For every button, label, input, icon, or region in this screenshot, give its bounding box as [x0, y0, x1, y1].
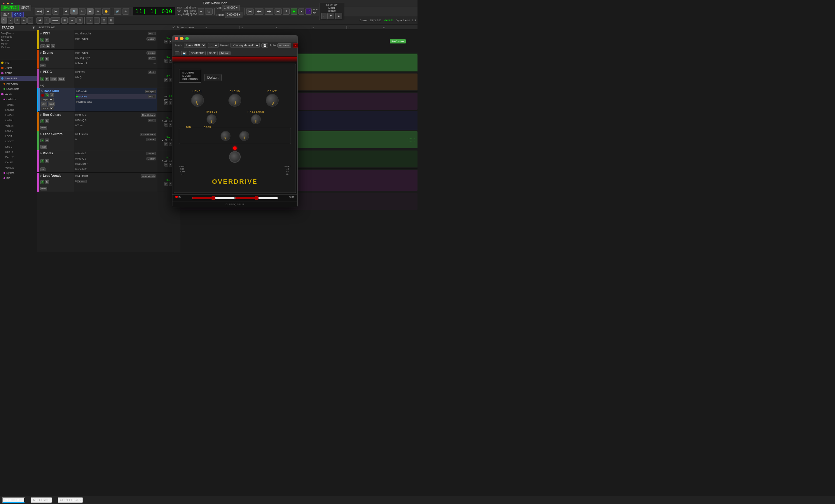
midi-toggle[interactable]: ♪♪: [86, 17, 93, 24]
perc-p-btn[interactable]: P: [164, 78, 168, 82]
list-item[interactable]: FX: [0, 175, 37, 181]
list-item[interactable]: LdOCT: [0, 139, 37, 144]
rec-indicator[interactable]: [41, 94, 44, 97]
expand-toggle[interactable]: ↔: [68, 17, 76, 24]
list-item[interactable]: LOCT: [0, 133, 37, 139]
output-level-slider[interactable]: [235, 196, 278, 201]
hand-button[interactable]: ✋: [102, 8, 110, 15]
go-start-button[interactable]: |◀: [246, 8, 253, 15]
preset-save-btn[interactable]: 💾: [261, 43, 268, 47]
list-item[interactable]: RtmGuitrs: [0, 81, 37, 86]
rtm-p-btn[interactable]: P: [164, 123, 168, 127]
rtm-over-btn[interactable]: over: [40, 126, 47, 129]
track-num-1[interactable]: 1: [1, 17, 7, 24]
track-num-2[interactable]: 2: [8, 17, 14, 24]
list-item[interactable]: Drums: [0, 65, 37, 70]
vocals-vol-btn[interactable]: vol: [40, 167, 45, 171]
lead-vocals-p-btn[interactable]: P: [164, 182, 168, 186]
list-item[interactable]: Dub L2: [0, 154, 37, 160]
back-button[interactable]: ◀◀: [35, 8, 44, 15]
lead-gtr-over-btn[interactable]: over: [40, 145, 47, 149]
rtm-s-btn[interactable]: S: [40, 119, 44, 123]
go-end-button[interactable]: ▶|: [274, 8, 282, 15]
view-toggle[interactable]: ≡: [44, 17, 49, 24]
shuffle-button[interactable]: SHUFFLE: [1, 5, 19, 11]
bypass-button[interactable]: BYPASS: [278, 43, 291, 47]
drums-collapse[interactable]: ▷: [40, 51, 42, 54]
lead-vocals-over-btn[interactable]: over: [40, 187, 47, 190]
ff-button[interactable]: ▶▶: [265, 8, 273, 15]
monitor-button[interactable]: 🔊: [114, 8, 121, 15]
pencil2-button[interactable]: ✏: [123, 8, 129, 15]
close-dot[interactable]: [175, 37, 178, 40]
inst-m-btn[interactable]: M: [45, 38, 49, 42]
tempo-up[interactable]: ▲: [335, 13, 342, 19]
footswitch[interactable]: [229, 151, 241, 163]
perc-collapse[interactable]: ▷: [40, 70, 42, 73]
bassmidi-collapse[interactable]: ▷: [41, 90, 43, 92]
bassmidi-m-btn[interactable]: M: [49, 93, 54, 97]
rtm-collapse[interactable]: ▷: [40, 113, 42, 116]
rtm-m-btn[interactable]: M: [45, 119, 49, 123]
list-item[interactable]: Lead 2: [0, 128, 37, 133]
trim-button[interactable]: ✂: [79, 8, 85, 15]
list-item[interactable]: LedVcls: [0, 97, 37, 102]
drums-s-btn[interactable]: S: [40, 57, 44, 61]
list-item[interactable]: Led5th: [0, 118, 37, 123]
inst-extra[interactable]: ▶: [46, 44, 50, 48]
fit-all[interactable]: ⊞: [108, 17, 114, 24]
minimize-dot[interactable]: [180, 37, 184, 40]
perc-m-btn[interactable]: M: [45, 77, 49, 81]
perc-over-btn[interactable]: over: [50, 77, 57, 81]
lead-gtr-p-btn[interactable]: P: [164, 142, 168, 146]
channel-select[interactable]: b: [208, 43, 219, 48]
blend-knob[interactable]: [228, 94, 241, 107]
bassmidi-dyn-btn[interactable]: dyn: [41, 102, 47, 106]
monitor-toggle[interactable]: 🎧: [205, 8, 213, 15]
spot-button[interactable]: SPOT: [19, 5, 31, 11]
drums-m-btn[interactable]: M: [45, 57, 49, 61]
maximize-dot[interactable]: [185, 37, 189, 40]
track-num-4[interactable]: 4: [21, 17, 27, 24]
lead-gtr-collapse[interactable]: ▷: [40, 133, 42, 135]
bassmidi-p-btn[interactable]: P: [164, 101, 168, 105]
mid-knob[interactable]: [221, 131, 230, 141]
play-button[interactable]: ▶: [291, 8, 297, 15]
drums-p-btn[interactable]: P: [164, 59, 168, 63]
perc-s-btn[interactable]: S: [40, 77, 44, 81]
metronome-button[interactable]: ♩: [321, 13, 326, 19]
bassmidi-none-select[interactable]: none: [41, 106, 54, 110]
rewind-button[interactable]: ◀: [45, 8, 52, 15]
lead-vocals-collapse[interactable]: ▷: [40, 174, 42, 177]
drive-knob[interactable]: [266, 94, 279, 107]
track-select[interactable]: Bass MIDI: [184, 43, 206, 48]
select-button[interactable]: ↔: [87, 8, 94, 15]
inst-vol-btn[interactable]: vol: [40, 44, 45, 48]
loop-toggle[interactable]: ⇄: [37, 17, 43, 24]
pencil-button[interactable]: ✏: [95, 8, 101, 15]
inst-collapse[interactable]: ▷: [40, 32, 42, 35]
forward-button[interactable]: ▶: [53, 8, 59, 15]
presence-knob[interactable]: [251, 114, 261, 124]
bassmidi-s-btn[interactable]: S: [45, 93, 49, 97]
resize-toggle[interactable]: ⊠: [101, 17, 107, 24]
list-item[interactable]: VclSyn: [0, 123, 37, 128]
vocals-p-btn[interactable]: P: [164, 163, 168, 167]
inserts-expand[interactable]: ⊕: [177, 26, 179, 29]
inst-p-btn[interactable]: P: [164, 40, 168, 43]
safe-button[interactable]: SAFE: [207, 51, 218, 55]
list-item[interactable]: INST: [0, 60, 37, 65]
bass-knob[interactable]: [239, 131, 249, 141]
track-num-5[interactable]: 5: [27, 17, 33, 24]
list-item-bass-midi[interactable]: Bass MIDI: [0, 76, 37, 81]
list-item[interactable]: LeadGuitrs: [0, 86, 37, 91]
list-item[interactable]: VcclLys: [0, 165, 37, 170]
list-item[interactable]: PERC: [0, 70, 37, 76]
audio-toggle[interactable]: ~: [94, 17, 100, 24]
nudge-select[interactable]: 0:00.003 ▾: [225, 12, 243, 18]
list-item[interactable]: LeadRt: [0, 107, 37, 112]
list-item[interactable]: Dub L: [0, 144, 37, 149]
compare-button[interactable]: COMPARE: [189, 51, 206, 55]
tracks-menu[interactable]: ▼: [32, 25, 36, 30]
lead-gtr-m-btn[interactable]: M: [45, 139, 49, 142]
